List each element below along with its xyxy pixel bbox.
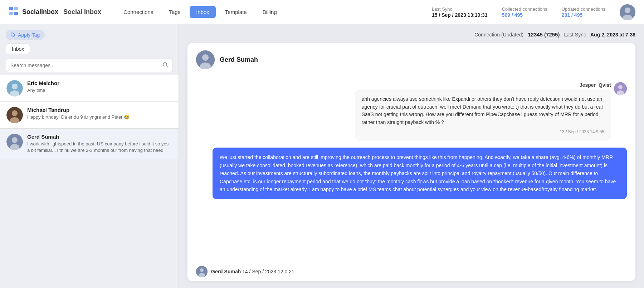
message-jesper-timestamp: 13 / Sep / 2023 14:9:55	[362, 129, 604, 135]
last-sync-label: Last Sync	[432, 6, 488, 12]
apply-tag-button[interactable]: Apply Tag	[6, 30, 45, 40]
message-footer-row: Gerd Sumah 14 / Sep / 2023 12:0:21	[187, 262, 635, 281]
header-nav: Connections Tags Inbox Template Billing	[117, 6, 420, 18]
updated-label: Updated connections	[562, 6, 605, 12]
contact-name-michael: Michael Tandrup	[27, 107, 172, 113]
contact-avatar-michael	[6, 107, 23, 123]
contact-avatar-gerd	[6, 134, 23, 150]
right-content: Connection (Updated) 12345 (7255) Last S…	[179, 24, 644, 288]
message-jesper-inner: Jesper Qvist ahh agencies always use som…	[309, 82, 611, 140]
contact-name-eric: Eric Melchor	[27, 80, 172, 86]
logo-icon	[9, 6, 19, 18]
search-input[interactable]	[10, 63, 162, 68]
svg-rect-1	[14, 7, 18, 10]
svg-rect-2	[9, 12, 13, 15]
nav-tags[interactable]: Tags	[162, 6, 187, 18]
nav-billing[interactable]: Billing	[256, 6, 283, 18]
conversation-header: Gerd Sumah	[187, 43, 635, 75]
svg-point-11	[12, 84, 18, 89]
conversation-header-avatar	[196, 50, 215, 69]
updated-value: 201 / 495	[562, 12, 605, 18]
svg-point-14	[12, 110, 18, 116]
contact-item-eric[interactable]: Eric Melchor Any time	[0, 75, 179, 102]
svg-point-20	[202, 54, 209, 61]
message-jesper-avatar	[614, 82, 627, 95]
contact-item-gerd[interactable]: Gerd Sumah I work with lightspeed in the…	[0, 129, 179, 159]
nav-template[interactable]: Template	[219, 6, 253, 18]
svg-point-7	[12, 34, 13, 34]
connection-id: 12345 (7255)	[528, 31, 560, 38]
message-jesper-sender-2: Qvist	[599, 82, 611, 88]
svg-point-5	[625, 8, 630, 13]
message-gerd-content: We just started the collaboration and ar…	[213, 148, 627, 199]
contact-avatar-eric	[6, 80, 23, 96]
message-footer-avatar	[196, 266, 208, 277]
svg-point-26	[200, 268, 204, 272]
collected-label: Collected connections	[502, 6, 547, 12]
message-jesper-sender: Jesper	[580, 82, 596, 88]
message-jesper-text: ahh agencies always use somethink like E…	[362, 96, 603, 125]
updated-connections-stat: Updated connections 201 / 495	[562, 6, 605, 18]
search-icon	[162, 62, 168, 69]
inbox-tab-button[interactable]: Inbox	[6, 44, 30, 54]
contact-name-gerd: Gerd Sumah	[27, 134, 172, 140]
app-name: Socialinbox	[22, 8, 58, 16]
contact-preview-michael: Happy birthday! Då er du 9 år yngre end …	[27, 114, 172, 120]
conversation-card: Gerd Sumah Jesper Qvist ahh agencies alw…	[187, 43, 635, 281]
header: Socialinbox Social Inbox Connections Tag…	[0, 0, 644, 24]
logo-area: Socialinbox Social Inbox	[9, 6, 101, 18]
sidebar-top: Apply Tag Inbox	[0, 30, 179, 59]
svg-line-9	[166, 66, 168, 67]
apply-tag-label: Apply Tag	[18, 32, 40, 38]
last-sync-stat: Last Sync 15 / Sep / 2023 13:10:31	[432, 6, 488, 18]
contact-preview-eric: Any time	[27, 87, 172, 94]
nav-connections[interactable]: Connections	[117, 6, 160, 18]
message-jesper-name-row: Jesper Qvist	[580, 82, 611, 88]
svg-rect-0	[9, 7, 13, 10]
search-bar	[6, 59, 173, 72]
message-footer-text: Gerd Sumah 14 / Sep / 2023 12:0:21	[211, 269, 294, 274]
user-avatar[interactable]	[620, 4, 635, 20]
contact-info-gerd: Gerd Sumah I work with lightspeed in the…	[27, 134, 172, 154]
svg-point-27	[199, 273, 205, 277]
contact-preview-gerd: I work with lightspeed in the past, US c…	[27, 141, 172, 154]
contact-info-eric: Eric Melchor Any time	[27, 80, 172, 94]
connection-label: Connection (Updated)	[474, 32, 523, 38]
svg-point-17	[12, 137, 18, 143]
svg-rect-3	[14, 12, 18, 15]
message-gerd-bubble-selected: We just started the collaboration and ar…	[213, 148, 627, 199]
message-footer-sender: Gerd Sumah	[211, 269, 241, 274]
message-jesper-bubble: ahh agencies always use somethink like E…	[355, 90, 611, 140]
message-gerd-selected: We just started the collaboration and ar…	[196, 148, 627, 199]
conversation-header-name: Gerd Sumah	[220, 56, 258, 64]
contact-list: Eric Melchor Any time Michael Tandrup Ha…	[0, 75, 179, 282]
main-layout: Apply Tag Inbox	[0, 24, 644, 288]
last-sync-bar-date: Aug 2, 2023 at 7:38	[590, 32, 635, 38]
nav-inbox[interactable]: Inbox	[190, 6, 216, 18]
message-footer-date-val: 14 / Sep / 2023 12:0:21	[242, 269, 294, 274]
contact-info-michael: Michael Tandrup Happy birthday! Då er du…	[27, 107, 172, 120]
collected-value: 509 / 495	[502, 12, 547, 18]
connection-bar: Connection (Updated) 12345 (7255) Last S…	[187, 31, 635, 38]
page-title: Social Inbox	[63, 8, 101, 16]
message-jesper: Jesper Qvist ahh agencies always use som…	[196, 82, 627, 140]
collected-connections-stat: Collected connections 509 / 495	[502, 6, 547, 18]
left-sidebar: Apply Tag Inbox	[0, 24, 179, 288]
header-stats: Last Sync 15 / Sep / 2023 13:10:31 Colle…	[432, 4, 635, 20]
inbox-tab-label: Inbox	[12, 46, 24, 52]
last-sync-bar-label: Last Sync	[564, 32, 586, 38]
last-sync-value: 15 / Sep / 2023 13:10:31	[432, 12, 488, 18]
svg-point-23	[618, 85, 623, 89]
tag-icon	[11, 33, 16, 38]
contact-item-michael[interactable]: Michael Tandrup Happy birthday! Då er du…	[0, 102, 179, 129]
conversation-messages: Jesper Qvist ahh agencies always use som…	[187, 75, 635, 262]
